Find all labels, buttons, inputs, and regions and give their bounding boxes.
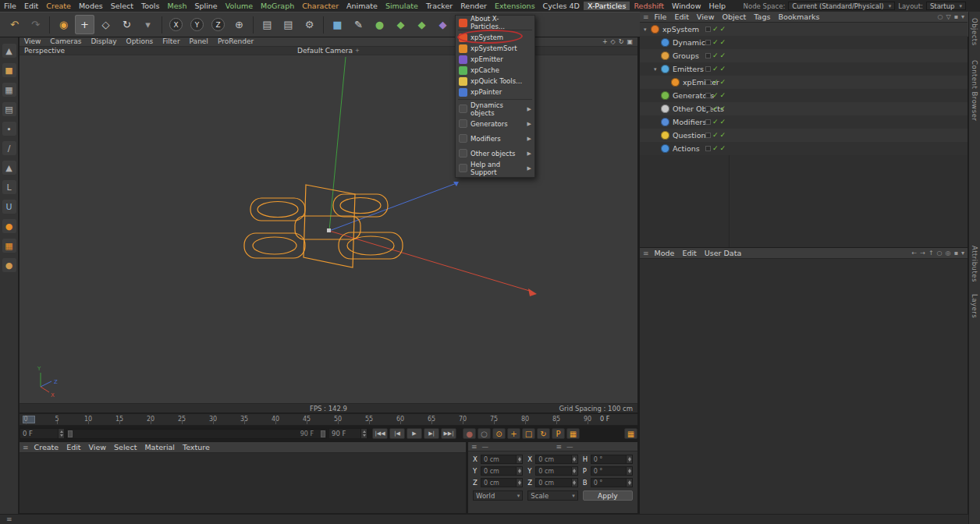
menu-help[interactable]: Help (705, 2, 730, 10)
add-deformer-icon[interactable]: ◆ (433, 15, 453, 34)
material-menu-select[interactable]: Select (110, 443, 140, 451)
tree-item-dynamics[interactable]: Dynamics✓✓ (640, 36, 968, 49)
parent-object-icon[interactable]: ↑ (929, 250, 934, 257)
xp-menu-item-dynamics-objects[interactable]: Dynamics objects▶ (456, 101, 534, 116)
enable-check-icon[interactable]: ✓ (712, 52, 719, 59)
om-menu-view[interactable]: View (693, 12, 719, 21)
polygons-mode-icon[interactable]: ▲ (2, 161, 16, 175)
goto-start-button[interactable]: |◀◀ (372, 428, 388, 439)
render-settings-icon[interactable]: ⚙ (300, 15, 319, 34)
lock-icon[interactable]: ▪ (954, 13, 958, 20)
viewport-menu-display[interactable]: Display (86, 37, 121, 45)
enable-check-icon[interactable]: ✓ (712, 119, 719, 126)
layout-select[interactable]: Startup ▾ (926, 2, 966, 10)
xp-menu-item-xpsystemsort[interactable]: xpSystemSort (456, 43, 534, 54)
spinner-icon[interactable] (58, 429, 64, 438)
texture-mode-icon[interactable]: ▦ (2, 83, 16, 97)
menu-simulate[interactable]: Simulate (382, 2, 422, 10)
previous-frame-button[interactable]: |◀ (389, 428, 405, 439)
menu-animate[interactable]: Animate (343, 2, 382, 10)
viewport-menu-filter[interactable]: Filter (158, 37, 184, 45)
tree-item-actions[interactable]: Actions✓✓ (640, 142, 968, 155)
enable-check-icon[interactable]: ✓ (712, 79, 719, 86)
filter-icon[interactable]: ▽ (946, 13, 950, 20)
autokeying-icon[interactable]: ⊙ (492, 428, 506, 439)
rotation-p-field[interactable]: 0 ° (591, 466, 633, 476)
spinner-icon[interactable] (571, 455, 577, 463)
viewport-menu-prorender[interactable]: ProRender (213, 37, 258, 45)
tab-attributes[interactable]: Attributes (971, 246, 978, 282)
key-scale-icon[interactable]: □ (522, 428, 535, 439)
am-menu-user-data[interactable]: User Data (701, 249, 745, 257)
xp-menu-item-xpsystem[interactable]: xpSystem (456, 32, 534, 43)
enable-check-icon[interactable]: ✓ (712, 145, 719, 152)
history-back-icon[interactable]: ← (911, 250, 917, 257)
lock-z-axis-icon[interactable]: Z (208, 15, 228, 34)
viewport-menu-view[interactable]: View (20, 37, 45, 45)
material-menu-view[interactable]: View (85, 443, 111, 451)
spinner-icon[interactable] (626, 467, 632, 475)
state-check-icon[interactable]: ✓ (720, 105, 726, 112)
snap-toggle-icon[interactable]: U (2, 200, 16, 214)
viewport-menu-options[interactable]: Options (122, 37, 158, 45)
enable-check-icon[interactable]: ✓ (712, 39, 719, 46)
spinner-icon[interactable] (626, 479, 632, 487)
xp-menu-item-modifiers[interactable]: Modifiers▶ (456, 131, 534, 146)
visibility-dot[interactable] (705, 133, 711, 138)
menu-tracker[interactable]: Tracker (422, 2, 456, 10)
menu-mograph[interactable]: MoGraph (257, 2, 298, 10)
keyframe-selection-icon[interactable]: ○ (478, 428, 491, 439)
xp-menu-item-generators[interactable]: Generators▶ (456, 116, 534, 131)
panel-grip[interactable]: ≡ (643, 250, 649, 257)
menu-extensions[interactable]: Extensions (491, 2, 539, 10)
enable-check-icon[interactable]: ✓ (712, 92, 719, 99)
visibility-dot[interactable] (705, 66, 711, 72)
om-menu-bookmarks[interactable]: Bookmarks (774, 12, 823, 21)
viewport-menu-panel[interactable]: Panel (185, 37, 213, 45)
lock-icon[interactable]: ▪ (954, 250, 958, 257)
tree-item-questions[interactable]: Questions✓✓ (640, 129, 968, 142)
visibility-dot[interactable] (705, 146, 711, 151)
viewport-camera-label[interactable]: Default Camera + (297, 47, 360, 55)
spinner-icon[interactable] (360, 429, 367, 438)
menu-edit[interactable]: Edit (20, 2, 42, 10)
menu-select[interactable]: Select (107, 2, 137, 10)
state-check-icon[interactable]: ✓ (720, 26, 726, 33)
size-z-field[interactable]: 0 cm (535, 478, 577, 487)
make-editable-icon[interactable]: ▲ (2, 44, 16, 58)
uv-edit-icon[interactable]: ▦ (2, 239, 16, 253)
coordinate-system-icon[interactable]: ⊕ (229, 15, 249, 34)
xp-menu-item-xpquick-tools[interactable]: xpQuick Tools... (456, 76, 534, 87)
menu-mesh[interactable]: Mesh (163, 2, 190, 10)
am-menu-edit[interactable]: Edit (678, 249, 700, 257)
om-menu-edit[interactable]: Edit (670, 12, 692, 21)
material-menu-material[interactable]: Material (140, 443, 179, 451)
am-menu-mode[interactable]: Mode (651, 249, 679, 257)
history-forward-icon[interactable]: → (920, 250, 925, 257)
key-position-icon[interactable]: + (507, 428, 520, 439)
next-frame-button[interactable]: ▶| (424, 428, 439, 439)
model-mode-icon[interactable]: ■ (2, 63, 16, 77)
visibility-dot[interactable] (705, 80, 711, 85)
position-x-field[interactable]: 0 cm (481, 455, 523, 464)
range-end-handle[interactable] (321, 430, 325, 437)
om-menu-tags[interactable]: Tags (750, 12, 774, 21)
tab-layers[interactable]: Layers (971, 294, 978, 318)
tree-item-xpemitter[interactable]: xpEmitter✓✓ (640, 76, 968, 89)
paint-tool-icon[interactable]: ● (2, 219, 16, 233)
state-check-icon[interactable]: ✓ (720, 52, 726, 59)
tree-item-groups[interactable]: Groups✓✓ (640, 49, 968, 62)
add-cube-icon[interactable]: ■ (328, 15, 347, 34)
expand-caret-icon[interactable]: ▾ (654, 66, 661, 73)
panel-grip[interactable]: ≡ (471, 443, 478, 451)
rotation-b-field[interactable]: 0 ° (591, 478, 633, 487)
panel-grip[interactable]: ≡ (23, 444, 29, 451)
material-menu-texture[interactable]: Texture (179, 443, 214, 451)
xp-menu-item-help-and-support[interactable]: Help and Support▶ (456, 161, 534, 175)
rotate-view-icon[interactable]: ↻ (619, 38, 624, 45)
menu-cycles-4d[interactable]: Cycles 4D (539, 2, 584, 10)
play-button[interactable]: ▶ (407, 428, 422, 439)
last-used-tool-icon[interactable]: ▾ (138, 15, 158, 34)
enable-check-icon[interactable]: ✓ (712, 26, 719, 33)
visibility-dot[interactable] (705, 53, 711, 58)
